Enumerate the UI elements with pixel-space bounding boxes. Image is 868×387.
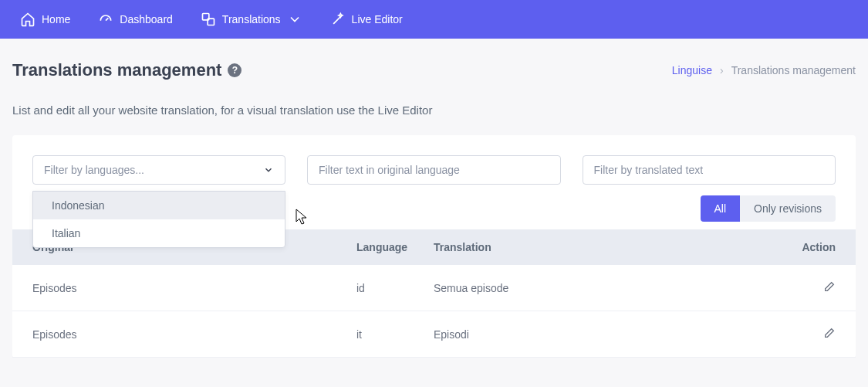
gauge-icon <box>98 12 113 27</box>
col-header-action: Action <box>782 241 836 253</box>
languages-dropdown: Indonesian Italian <box>32 191 285 248</box>
breadcrumb-current: Translations management <box>731 64 856 76</box>
dropdown-option-indonesian[interactable]: Indonesian <box>33 192 285 219</box>
filter-languages-placeholder: Filter by languages... <box>44 164 144 176</box>
help-icon[interactable]: ? <box>228 63 241 77</box>
nav-translations-label: Translations <box>222 13 281 25</box>
top-navbar: Home Dashboard Translations Live Editor <box>0 0 868 39</box>
nav-dashboard[interactable]: Dashboard <box>84 0 187 39</box>
home-icon <box>20 12 35 27</box>
nav-live-editor-label: Live Editor <box>352 13 403 25</box>
cell-language: it <box>356 328 434 341</box>
cell-action <box>782 327 836 341</box>
cell-translation: Episodi <box>434 328 782 341</box>
edit-icon[interactable] <box>823 280 836 293</box>
chevron-down-icon <box>263 165 274 175</box>
toggle-revisions-button[interactable]: Only revisions <box>740 195 836 222</box>
dropdown-option-italian[interactable]: Italian <box>33 219 285 247</box>
filters-row: Filter by languages... Indonesian Italia… <box>12 155 856 185</box>
col-header-translation: Translation <box>434 241 782 253</box>
filter-languages-select[interactable]: Filter by languages... <box>32 155 285 185</box>
nav-home[interactable]: Home <box>6 0 84 39</box>
nav-home-label: Home <box>42 13 70 25</box>
filter-translated-input[interactable] <box>583 155 836 185</box>
breadcrumb-root[interactable]: Linguise <box>672 64 712 76</box>
page-title-text: Translations management <box>12 60 221 80</box>
page-subtitle: List and edit all your website translati… <box>12 104 856 117</box>
cell-translation: Semua episode <box>434 282 782 294</box>
table-row: Episodes it Episodi <box>12 311 856 358</box>
cell-original: Episodes <box>32 328 356 341</box>
filter-original-input[interactable] <box>307 155 561 185</box>
nav-live-editor[interactable]: Live Editor <box>316 0 417 39</box>
col-header-language: Language <box>356 241 434 253</box>
breadcrumb: Linguise › Translations management <box>672 64 856 76</box>
cell-action <box>782 280 836 295</box>
translate-icon <box>201 12 216 27</box>
nav-translations[interactable]: Translations <box>187 0 316 39</box>
page-header: Translations management ? Linguise › Tra… <box>12 60 856 80</box>
edit-icon[interactable] <box>823 327 836 339</box>
revisions-toggle: All Only revisions <box>701 195 836 222</box>
page-title: Translations management ? <box>12 60 241 80</box>
chevron-right-icon: › <box>720 64 724 76</box>
nav-dashboard-label: Dashboard <box>120 13 173 25</box>
toggle-all-button[interactable]: All <box>701 195 741 222</box>
wand-icon <box>330 12 346 27</box>
table-row: Episodes id Semua episode <box>12 265 856 311</box>
cell-original: Episodes <box>32 282 356 294</box>
filter-panel: Filter by languages... Indonesian Italia… <box>12 135 856 358</box>
cell-language: id <box>356 282 434 294</box>
page-content: Translations management ? Linguise › Tra… <box>0 39 868 358</box>
chevron-down-icon <box>287 12 302 27</box>
